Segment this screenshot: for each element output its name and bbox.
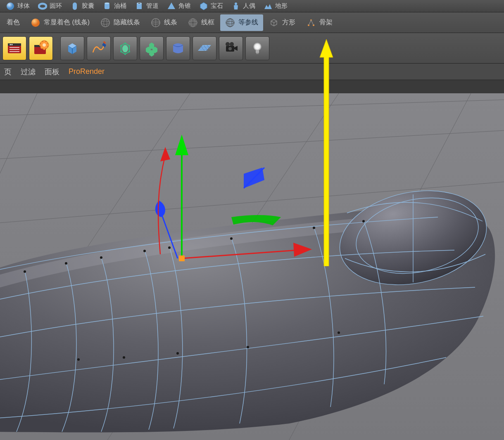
svg-point-46 [228,47,232,50]
primitive-label: 球体 [17,2,30,10]
svg-rect-2 [73,2,77,10]
svg-point-71 [123,356,125,359]
svg-point-36 [120,45,122,47]
shading-label: 方形 [282,18,295,27]
torus-icon [38,2,47,11]
wireframe-icon [188,18,198,28]
svg-rect-49 [256,53,259,54]
svg-point-41 [120,51,122,52]
add-subdiv-button[interactable] [113,36,137,60]
skeleton-icon [306,18,316,28]
shading-label: 线框 [201,18,214,27]
svg-point-9 [31,19,40,27]
gouraud-lines-icon [31,18,40,28]
shading-label: 骨架 [319,18,333,27]
render-settings-button[interactable] [29,36,53,60]
primitive-label: 人偶 [243,2,255,10]
svg-point-47 [253,43,262,51]
viewport-3d[interactable] [0,93,504,440]
hidden-line-icon [100,18,110,28]
primitive-label: 油桶 [114,2,126,10]
shading-gouraud[interactable]: 着色 [2,14,25,31]
svg-point-29 [10,44,11,45]
primitive-sphere[interactable]: 球体 [2,0,34,12]
shading-label: 线条 [164,18,177,27]
svg-point-8 [235,2,237,5]
add-camera-button[interactable] [219,36,243,60]
primitive-pyramid[interactable]: 角锥 [163,0,195,12]
svg-point-62 [24,270,26,273]
shading-hidden-line[interactable]: 隐藏线条 [95,14,145,31]
svg-point-72 [77,358,80,361]
svg-point-65 [143,250,146,252]
primitive-figure[interactable]: 人偶 [227,0,259,12]
svg-point-67 [230,237,233,240]
primitive-label: 地形 [275,2,288,10]
menu-page[interactable]: 页 [4,67,12,77]
add-floor-button[interactable] [193,36,216,60]
primitive-landscape[interactable]: 地形 [259,0,292,12]
viewport-menu: 页 过滤 面板 ProRender [0,64,504,80]
svg-point-18 [192,19,194,27]
render-picture-button[interactable] [2,36,26,60]
primitive-capsule[interactable]: 胶囊 [66,0,98,12]
primitive-platonic[interactable]: 宝石 [195,0,227,12]
pyramid-icon [167,2,176,11]
svg-point-16 [189,21,197,24]
svg-point-12 [104,19,107,27]
shading-label: 隐藏线条 [114,18,140,27]
box-icon [269,18,279,28]
svg-point-7 [138,3,140,4]
menu-filter[interactable]: 过滤 [21,67,36,77]
svg-rect-5 [137,3,142,9]
shading-wireframe[interactable]: 线框 [183,14,219,31]
isoparm-icon [225,18,235,28]
primitive-label: 胶囊 [82,2,94,10]
tool-palette [0,33,504,64]
primitive-label: 管道 [146,2,159,10]
svg-point-38 [128,45,130,47]
svg-point-17 [189,20,197,25]
svg-point-4 [105,2,109,4]
svg-point-34 [43,43,46,47]
platonic-icon [199,2,208,11]
menu-prorender[interactable]: ProRender [69,67,105,76]
svg-point-74 [338,331,340,334]
svg-point-73 [247,346,249,348]
primitive-tube[interactable]: 管道 [131,0,163,12]
shading-isoparm[interactable]: 等参线 [220,14,263,31]
svg-point-66 [168,246,171,249]
svg-point-68 [313,227,315,229]
shading-toolbar: 着色 常显着色 (线条) 隐藏线条 线条 线框 等参线 方形 [0,12,504,33]
capsule-icon [70,2,79,11]
add-cube-button[interactable] [60,36,84,60]
add-deformer-button[interactable] [166,36,190,60]
svg-rect-48 [256,50,259,53]
svg-point-23 [227,19,233,27]
svg-point-11 [101,21,109,24]
svg-rect-79 [179,255,185,261]
svg-point-15 [189,19,197,27]
add-spline-button[interactable] [87,36,111,60]
menu-panel[interactable]: 面板 [45,67,59,77]
svg-point-1 [39,4,46,9]
shading-label: 着色 [7,18,20,27]
svg-point-69 [362,220,365,222]
shading-label: 等参线 [238,18,258,27]
shading-box[interactable]: 方形 [264,14,300,31]
shading-lines[interactable]: 线条 [146,14,182,31]
tube-icon [135,2,144,11]
svg-point-44 [226,42,230,46]
shading-skeleton[interactable]: 骨架 [301,14,338,31]
add-generator-button[interactable] [140,36,164,60]
lines-icon [151,18,161,28]
shading-gouraud-lines[interactable]: 常显着色 (线条) [26,14,95,31]
svg-point-30 [12,44,13,45]
viewport-scene [0,93,504,440]
primitive-torus[interactable]: 圆环 [34,0,66,12]
svg-point-0 [7,2,14,10]
svg-point-10 [101,19,109,27]
add-light-button[interactable] [245,36,269,60]
primitive-oiltank[interactable]: 油桶 [98,0,131,12]
svg-point-39 [128,51,130,52]
